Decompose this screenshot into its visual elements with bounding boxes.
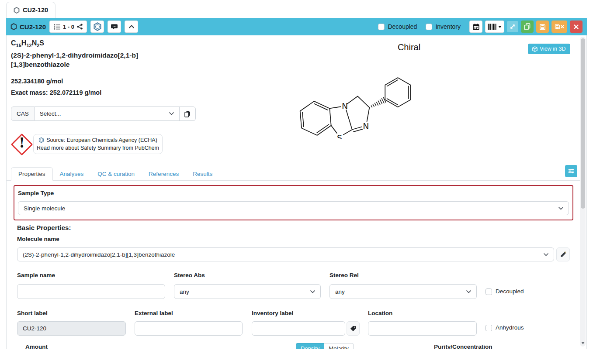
safety-pubchem-text: Read more about Safety Summary from PubC…	[37, 144, 159, 152]
atom-label-n-bridge: N	[342, 101, 348, 111]
chevron-down-icon	[558, 207, 563, 210]
molarity-toggle-button[interactable]: Molarity	[324, 343, 354, 349]
view-in-3d-button[interactable]: View in 3D	[528, 44, 570, 54]
pencil-icon	[560, 251, 566, 258]
calendar-icon	[473, 24, 479, 30]
clipboard-copy-icon	[184, 110, 191, 117]
save-and-close-button[interactable]	[551, 21, 567, 33]
copy-sample-button[interactable]	[521, 21, 534, 33]
external-label-input[interactable]	[135, 321, 243, 336]
sample-detail-window: CU2-120 CU2-120 1 - 0	[0, 0, 593, 364]
location-label: Location	[368, 310, 392, 316]
location-input[interactable]	[368, 321, 477, 336]
atom-label-s: S	[337, 133, 342, 139]
short-label-input	[17, 321, 126, 336]
safety-source-text: Source: European Chemicals Agency (ECHA)	[46, 136, 157, 144]
sample-type-section: Sample Type Single molecule	[14, 185, 573, 220]
short-label-label: Short label	[17, 310, 48, 316]
benzene-ring-icon	[93, 22, 102, 31]
density-molarity-toggle: Density Molarity	[296, 343, 354, 349]
anhydrous-checkbox-label: Anhydrous	[496, 324, 524, 331]
dates-button[interactable]	[469, 21, 482, 33]
cas-select[interactable]: Select...	[35, 106, 180, 121]
chevron-up-icon	[129, 25, 134, 28]
inventory-tag-button[interactable]	[347, 321, 360, 336]
sample-name-input[interactable]	[17, 284, 165, 299]
stereo-abs-select[interactable]: any	[174, 284, 321, 299]
tab-references[interactable]: References	[142, 168, 186, 180]
molecule-name-select[interactable]: (2S)-2-phenyl-1,2-dihydroimidazo[2,1-b][…	[17, 247, 554, 261]
comment-bubble-icon	[111, 24, 118, 30]
close-button[interactable]	[570, 21, 583, 33]
inventory-label-input[interactable]	[252, 321, 345, 336]
molecule-editor-button[interactable]	[90, 21, 104, 33]
chevron-down-icon	[310, 290, 315, 293]
stereo-rel-label: Stereo Rel	[329, 272, 359, 278]
edit-molecule-name-button[interactable]	[556, 247, 570, 261]
molecule-iupac-name: (2S)-2-phenyl-1,2-dihydroimidazo[2,1-b][…	[11, 51, 197, 69]
inventory-header-label: Inventory	[435, 23, 461, 30]
basic-properties-heading: Basic Properties:	[17, 224, 71, 231]
molecular-formula: C15H12N2S	[11, 39, 44, 48]
sample-name-label: Sample name	[17, 272, 55, 278]
sample-type-select[interactable]: Single molecule	[18, 201, 569, 215]
decoupled-header-checkbox[interactable]	[378, 24, 385, 30]
tab-cu2-120[interactable]: CU2-120	[6, 2, 55, 18]
decoupled-header-label: Decoupled	[388, 23, 417, 30]
molar-mass: 252.334180 g/mol	[11, 78, 63, 85]
caret-down-icon	[498, 26, 502, 28]
expand-arrows-icon	[510, 24, 516, 30]
list-icon	[54, 24, 60, 30]
barcode-icon	[488, 24, 496, 30]
stereo-abs-label: Stereo Abs	[174, 272, 205, 278]
molecule-structure[interactable]: N N S	[264, 54, 439, 139]
inventory-header-checkbox[interactable]	[426, 24, 432, 30]
cas-copy-button[interactable]	[180, 106, 196, 121]
scrollbar-thumb[interactable]	[581, 38, 585, 209]
decoupled-checkbox[interactable]	[485, 288, 492, 295]
detail-tabs: Properties Analyses QC & curation Refere…	[7, 166, 580, 181]
comments-button[interactable]	[108, 21, 121, 33]
tab-qc-curation[interactable]: QC & curation	[90, 168, 142, 180]
close-x-icon	[561, 25, 564, 28]
cas-addon-label: CAS	[11, 106, 35, 121]
ghs-warning-pictogram[interactable]: !	[11, 134, 33, 155]
tab-layout-settings-button[interactable]	[565, 165, 577, 177]
scrollbar-down-arrow[interactable]	[581, 342, 585, 344]
tab-properties[interactable]: Properties	[11, 167, 53, 181]
collapse-panel-button[interactable]	[125, 21, 138, 33]
external-label-label: External label	[135, 310, 173, 316]
cube-icon	[532, 46, 538, 52]
save-button[interactable]	[536, 21, 549, 33]
inventory-label-label: Inventory label	[252, 310, 293, 316]
chevron-down-icon	[169, 112, 174, 115]
save-floppy-icon	[555, 24, 560, 30]
sample-hexagon-icon	[14, 7, 20, 14]
exact-mass: Exact mass: 252.072119 g/mol	[11, 89, 101, 96]
barcode-button[interactable]	[485, 21, 504, 33]
header-actions: Decoupled Inventory	[378, 21, 583, 33]
close-x-icon	[574, 24, 579, 29]
chevron-down-icon	[466, 290, 471, 293]
atom-label-n-imine: N	[363, 121, 369, 131]
exclamation-mark-icon: !	[11, 135, 33, 151]
sliders-icon	[568, 168, 575, 175]
anhydrous-checkbox[interactable]	[485, 325, 492, 331]
inventory-header-group: Inventory	[426, 23, 461, 30]
panel-scrollbar[interactable]	[580, 37, 586, 347]
copy-icon	[524, 23, 531, 30]
sample-detail-panel: C15H12N2S (2S)-2-phenyl-1,2-dihydroimida…	[6, 35, 587, 349]
fullscreen-button[interactable]	[507, 21, 518, 32]
analyses-count-badge[interactable]: 1 - 0	[49, 21, 87, 33]
share-icon	[77, 24, 83, 30]
tab-title: CU2-120	[23, 7, 48, 14]
chiral-flag: Chiral	[370, 42, 448, 52]
save-floppy-icon	[539, 24, 546, 30]
tab-results[interactable]: Results	[186, 168, 219, 180]
density-toggle-button[interactable]: Density	[296, 343, 324, 349]
tab-analyses[interactable]: Analyses	[53, 168, 91, 180]
stereo-rel-select[interactable]: any	[329, 284, 477, 299]
safety-source-button[interactable]: Source: European Chemicals Agency (ECHA)…	[33, 134, 163, 154]
sample-header-title: CU2-120	[10, 23, 46, 31]
decoupled-checkbox-label: Decoupled	[496, 288, 524, 295]
